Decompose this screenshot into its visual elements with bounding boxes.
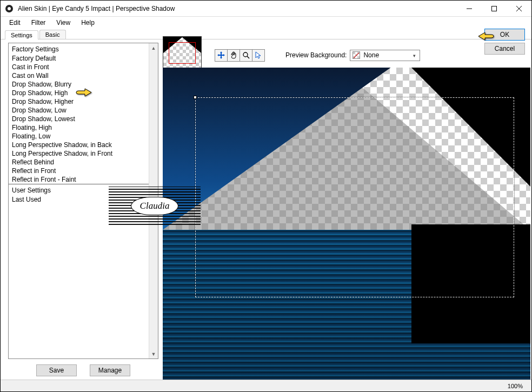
list-item[interactable]: Floating, High — [9, 123, 158, 132]
close-icon — [516, 6, 522, 11]
list-item[interactable]: Reflect Behind — [9, 158, 158, 167]
main-area: Factory Settings Factory Default Cast in… — [1, 39, 531, 380]
move-tool-icon[interactable] — [215, 49, 228, 62]
list-item[interactable]: Drop Shadow, Higher — [9, 97, 158, 106]
close-button[interactable] — [507, 1, 531, 17]
list-item[interactable]: Reflect in Front — [9, 167, 158, 175]
window-title: Alien Skin | Eye Candy 5 Impact | Perspe… — [18, 5, 457, 12]
tab-strip: Settings Basic — [1, 29, 531, 39]
list-item[interactable]: Long Perspective Shadow, in Front — [9, 149, 158, 158]
maximize-icon — [491, 6, 497, 11]
chevron-down-icon: ▾ — [410, 52, 418, 60]
selection-handle[interactable] — [194, 96, 197, 99]
preview-canvas[interactable] — [163, 68, 530, 380]
list-item[interactable]: Cast in Front — [9, 63, 158, 71]
list-item[interactable]: Floating, Low — [9, 132, 158, 141]
list-item[interactable]: Last Used — [9, 195, 158, 204]
list-item[interactable]: Long Perspective Shadow, in Back — [9, 141, 158, 149]
list-item[interactable]: Drop Shadow, Low — [9, 106, 158, 115]
settings-listbox[interactable]: Factory Settings Factory Default Cast in… — [8, 43, 158, 359]
scroll-up-icon[interactable]: ▲ — [149, 43, 158, 52]
menu-view[interactable]: View — [52, 18, 75, 28]
list-item[interactable]: Drop Shadow, Lowest — [9, 115, 158, 123]
menu-help[interactable]: Help — [77, 18, 99, 28]
save-button[interactable]: Save — [36, 364, 77, 376]
list-item[interactable]: Reflect in Front - Faint — [9, 175, 158, 184]
list-item[interactable]: Drop Shadow, High — [9, 89, 158, 97]
none-swatch-icon — [353, 51, 360, 59]
list-item[interactable]: Cast on Wall — [9, 71, 158, 80]
list-item[interactable]: Drop Shadow, Blurry — [9, 80, 158, 89]
hand-tool-icon[interactable] — [227, 49, 240, 62]
manage-button[interactable]: Manage — [90, 364, 130, 376]
zoom-level: 100% — [508, 383, 523, 389]
preview-background-dropdown[interactable]: None ▾ — [350, 50, 420, 61]
user-settings-header: User Settings — [9, 184, 158, 195]
cancel-button[interactable]: Cancel — [484, 43, 525, 55]
svg-point-6 — [243, 52, 248, 57]
scroll-down-icon[interactable]: ▼ — [149, 349, 158, 358]
status-bar: 100% — [1, 380, 531, 391]
zoom-tool-icon[interactable] — [240, 49, 252, 62]
titlebar: Alien Skin | Eye Candy 5 Impact | Perspe… — [1, 1, 531, 17]
preview-toolbar: Preview Background: None ▾ — [163, 39, 531, 68]
menu-filter[interactable]: Filter — [27, 18, 50, 28]
preview-panel: OK Cancel — [163, 39, 531, 380]
scrollbar-vertical[interactable]: ▲ ▼ — [149, 43, 158, 358]
tab-basic[interactable]: Basic — [39, 30, 66, 39]
menubar: Edit Filter View Help — [1, 17, 531, 29]
arrow-tool-icon[interactable] — [252, 49, 265, 62]
settings-panel: Factory Settings Factory Default Cast in… — [1, 39, 163, 380]
factory-settings-header: Factory Settings — [9, 43, 158, 54]
minimize-button[interactable] — [457, 1, 482, 17]
preview-background-value: None — [363, 51, 379, 59]
svg-point-1 — [8, 7, 11, 10]
menu-edit[interactable]: Edit — [5, 18, 25, 28]
tab-settings[interactable]: Settings — [5, 30, 38, 39]
svg-line-7 — [247, 56, 249, 58]
svg-rect-3 — [492, 6, 497, 11]
app-icon — [5, 4, 14, 13]
ok-button[interactable]: OK — [484, 29, 525, 41]
list-item[interactable]: Factory Default — [9, 54, 158, 63]
selection-rectangle[interactable] — [195, 97, 514, 297]
maximize-button[interactable] — [482, 1, 507, 17]
preview-background-label: Preview Background: — [285, 51, 347, 59]
preview-thumbnail[interactable] — [163, 36, 202, 69]
minimize-icon — [467, 6, 472, 11]
